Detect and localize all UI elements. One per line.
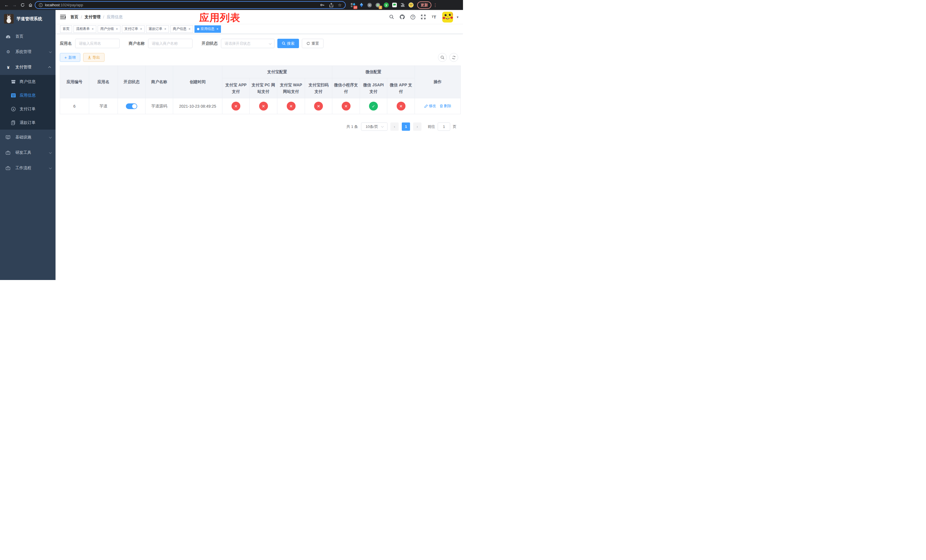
sidebar-item-workflow[interactable]: 工作流程 — [0, 160, 56, 176]
chrome-update-button[interactable]: 更新 — [417, 2, 431, 9]
extension-emoji-icon[interactable] — [408, 2, 414, 8]
tab-merchant-info[interactable]: 商户信息× — [170, 25, 193, 33]
bookmark-star-icon[interactable]: ☆ — [338, 3, 342, 8]
extension-command-icon[interactable]: ⌘ — [367, 2, 372, 8]
sidebar-item-system[interactable]: ⚙ 系统管理 — [0, 44, 56, 59]
sidebar-item-home[interactable]: 首页 — [0, 29, 56, 44]
sidebar-toggle-icon[interactable] — [60, 15, 66, 20]
col-alipay-wap: 支付宝 WAP 网站支付 — [277, 78, 305, 98]
font-size-icon[interactable]: TT — [431, 14, 437, 21]
sidebar-item-infrastructure[interactable]: 基础设施 — [0, 130, 56, 145]
breadcrumb-payment[interactable]: 支付管理 — [85, 15, 100, 20]
cell-merchant: 芋道源码 — [145, 98, 173, 114]
search-icon[interactable] — [388, 14, 395, 21]
close-icon[interactable]: × — [92, 27, 94, 31]
edit-link[interactable]: 修改 — [424, 103, 436, 109]
breadcrumb-home[interactable]: 首页 — [70, 15, 78, 20]
close-icon[interactable]: × — [189, 27, 191, 31]
share-icon[interactable] — [329, 3, 333, 8]
table-row: 6 芋道 芋道源码 2021-10-23 08:49:25 ✕ ✕ ✕ ✕ ✕ — [60, 98, 461, 114]
home-icon[interactable] — [27, 2, 34, 9]
svg-text:¥: ¥ — [12, 108, 14, 111]
sidebar-item-payment[interactable]: ¥ 支付管理 — [0, 59, 56, 75]
toggle-search-button[interactable] — [438, 53, 447, 62]
close-icon[interactable]: × — [216, 27, 218, 31]
chevron-down-icon — [49, 151, 52, 154]
tab-user-group[interactable]: 用户分组× — [98, 25, 121, 33]
reload-icon[interactable] — [19, 2, 26, 9]
next-page-button[interactable]: › — [413, 123, 421, 131]
cell-status — [118, 98, 145, 114]
chrome-menu-icon[interactable]: ⋮ — [433, 3, 437, 8]
screen: ← → localhost:1024/pay/app ☆ — [0, 0, 463, 280]
tab-process-form[interactable]: 流程表单× — [73, 25, 96, 33]
fullscreen-icon[interactable] — [420, 14, 427, 21]
back-icon[interactable]: ← — [3, 2, 10, 9]
goto-label: 前往 — [428, 124, 435, 129]
extension-puzzle-icon[interactable] — [400, 2, 406, 8]
help-icon[interactable]: ? — [410, 14, 416, 21]
extension-record-icon[interactable]: 1 — [375, 2, 381, 8]
tab-pay-orders[interactable]: 支付订单× — [122, 25, 145, 33]
app-name-input[interactable] — [75, 39, 120, 48]
sidebar-item-dev-tools[interactable]: 研发工具 — [0, 145, 56, 160]
caret-down-icon[interactable]: ▾ — [457, 15, 458, 19]
forward-icon[interactable]: → — [11, 2, 18, 9]
prev-page-button[interactable]: ‹ — [390, 123, 399, 131]
github-icon[interactable] — [399, 14, 406, 21]
close-icon[interactable]: × — [116, 27, 118, 31]
extension-chat-icon[interactable] — [392, 2, 397, 8]
sidebar-item-label: 基础设施 — [15, 135, 31, 140]
export-button[interactable]: 导出 — [83, 53, 104, 62]
close-icon[interactable]: × — [164, 27, 166, 31]
url-bar[interactable]: localhost:1024/pay/app ☆ — [35, 1, 346, 9]
sidebar: 芋道管理系统 首页 ⚙ 系统管理 ¥ 支付管理 — [0, 10, 56, 280]
table-toolbar: + 新增 导出 — [60, 53, 459, 62]
sidebar-item-app-info[interactable]: 应用信息 — [0, 89, 56, 102]
breadcrumb: 首页 / 支付管理 / 应用信息 — [70, 15, 123, 20]
add-button[interactable]: + 新增 — [60, 53, 80, 62]
password-key-icon[interactable] — [320, 3, 325, 8]
chevron-down-icon — [381, 125, 384, 128]
page-size-select[interactable]: 10条/页 — [361, 123, 387, 131]
current-page-button[interactable]: 1 — [402, 123, 410, 131]
sidebar-item-pay-orders[interactable]: ¥ 支付订单 — [0, 102, 56, 116]
sidebar-item-refund-orders[interactable]: 退款订单 — [0, 116, 56, 130]
extension-grid-icon[interactable]: 10 — [350, 2, 356, 8]
monitor-chart-icon — [6, 135, 11, 139]
goto-page-input[interactable] — [438, 123, 450, 131]
reset-button[interactable]: 重置 — [302, 39, 324, 48]
group-wechat-config: 微信配置 — [332, 66, 415, 78]
extension-kite-icon[interactable] — [359, 2, 364, 8]
search-button[interactable]: 搜索 — [277, 39, 299, 48]
close-icon[interactable]: × — [140, 27, 142, 31]
extension-y-icon[interactable]: y — [383, 2, 389, 8]
tab-app-info[interactable]: 应用信息× — [195, 25, 221, 33]
breadcrumb-current: 应用信息 — [107, 15, 123, 20]
wechat-jsapi-status-icon: ✓ — [369, 102, 378, 110]
dashboard-icon — [6, 35, 11, 39]
page-unit-label: 页 — [453, 124, 457, 129]
sidebar-item-merchant-info[interactable]: 商户信息 — [0, 75, 56, 89]
merchant-name-input[interactable] — [148, 39, 192, 48]
briefcase-icon — [6, 166, 11, 170]
delete-link[interactable]: 删除 — [440, 103, 451, 109]
chevron-up-icon — [48, 66, 51, 69]
status-toggle[interactable] — [126, 103, 137, 109]
col-status: 开启状态 — [118, 66, 145, 98]
col-app-id: 应用编号 — [60, 66, 89, 98]
col-app-name: 应用名 — [89, 66, 118, 98]
wechat-mini-status-icon: ✕ — [342, 102, 351, 110]
status-select[interactable]: 请选择开启状态 — [221, 39, 274, 48]
col-wechat-mini: 微信小程序支付 — [332, 78, 360, 98]
chevron-down-icon — [269, 42, 272, 45]
tab-home[interactable]: 首页 — [60, 25, 72, 33]
refresh-button[interactable] — [449, 53, 458, 62]
sidebar-item-label: 工作流程 — [15, 165, 31, 171]
navbar-actions: ? TT ▾ — [388, 12, 458, 23]
avatar[interactable] — [442, 12, 453, 23]
tab-refund-orders[interactable]: 退款订单× — [146, 25, 169, 33]
site-info-icon[interactable] — [39, 3, 43, 7]
wechat-app-status-icon: ✕ — [396, 102, 406, 110]
sidebar-logo-row[interactable]: 芋道管理系统 — [0, 10, 56, 27]
